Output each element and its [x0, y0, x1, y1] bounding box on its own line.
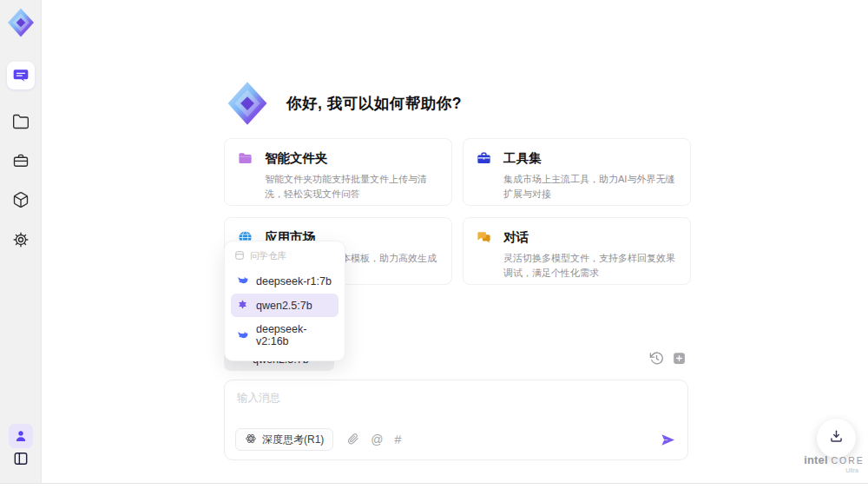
assistant-logo-icon: [224, 80, 271, 127]
sidebar-item-folders[interactable]: [12, 113, 30, 130]
ultra-text: Ultra: [803, 467, 858, 473]
sidebar-item-user[interactable]: [9, 424, 33, 448]
card-title: 工具集: [503, 150, 542, 167]
qwen-icon: [236, 299, 249, 312]
composer-icons: @ #: [346, 432, 401, 448]
card-dialog[interactable]: 对话 灵活切换多模型文件，支持多样回复效果调试，满足个性化需求: [463, 217, 691, 285]
cube-icon: [12, 191, 30, 208]
atom-icon: [245, 433, 257, 447]
send-icon[interactable]: [660, 432, 676, 448]
smart-folder-icon: [237, 150, 253, 167]
new-chat-icon[interactable]: [672, 351, 687, 366]
conversation-utils: [649, 351, 687, 366]
folder-icon: [12, 113, 30, 130]
greeting-title: 你好, 我可以如何帮助你?: [286, 93, 462, 114]
hash-icon[interactable]: #: [395, 433, 402, 446]
model-option-deepseek-v2[interactable]: deepseek-v2:16b: [231, 318, 339, 353]
chat-icon: [12, 67, 30, 84]
intel-text: intel: [804, 453, 828, 466]
message-composer[interactable]: 输入消息 深度思考(R1) @ #: [224, 380, 688, 460]
repo-icon: [234, 250, 245, 262]
card-description: 集成市场上主流工具，助力AI与外界无缝扩展与对接: [503, 172, 678, 202]
mention-icon[interactable]: @: [371, 433, 383, 446]
card-title: 对话: [503, 229, 529, 246]
card-toolset[interactable]: 工具集 集成市场上主流工具，助力AI与外界无缝扩展与对接: [463, 138, 691, 206]
panel-toggle-icon: [12, 450, 30, 467]
sidebar: [0, 0, 42, 489]
model-dropdown-header: 问学仓库: [231, 248, 339, 268]
attachment-icon[interactable]: [346, 432, 359, 448]
model-dropdown: 问学仓库 deepseek-r1:7b qwen2.5:7b deepseek-…: [224, 241, 345, 361]
model-option-deepseek-r1[interactable]: deepseek-r1:7b: [231, 269, 339, 293]
gear-icon: [12, 231, 30, 248]
greeting: 你好, 我可以如何帮助你?: [224, 80, 462, 127]
user-icon: [13, 428, 29, 444]
toolbox-icon: [476, 150, 492, 167]
core-text: CORE: [832, 455, 865, 466]
sidebar-item-chat[interactable]: [7, 62, 35, 89]
intel-core-logo: intel CORE Ultra: [803, 453, 865, 473]
deepseek-icon: [236, 274, 249, 287]
download-button[interactable]: [817, 419, 856, 458]
card-smart-folder[interactable]: 智能文件夹 智能文件夹功能支持批量文件上传与清洗，轻松实现文件问答: [224, 138, 452, 206]
message-input[interactable]: 输入消息: [237, 391, 280, 406]
deep-think-toggle[interactable]: 深度思考(R1): [235, 428, 333, 451]
download-icon: [828, 428, 845, 448]
dialog-icon: [476, 229, 492, 246]
deepseek-icon: [236, 329, 249, 342]
history-icon[interactable]: [649, 351, 664, 366]
composer-toolbar: 深度思考(R1) @ #: [235, 428, 676, 451]
window-bottom-edge: [0, 483, 868, 489]
model-option-label: deepseek-r1:7b: [256, 275, 332, 287]
card-description: 智能文件夹功能支持批量文件上传与清洗，轻松实现文件问答: [265, 172, 439, 202]
deep-think-label: 深度思考(R1): [262, 433, 324, 447]
model-option-qwen[interactable]: qwen2.5:7b: [231, 294, 339, 317]
sidebar-item-models[interactable]: [12, 191, 30, 208]
sidebar-item-collapse[interactable]: [12, 450, 30, 467]
model-option-label: qwen2.5:7b: [256, 300, 312, 312]
briefcase-icon: [12, 152, 30, 169]
sidebar-item-toolset[interactable]: [12, 152, 30, 169]
model-option-label: deepseek-v2:16b: [256, 323, 333, 347]
sidebar-item-settings[interactable]: [12, 231, 30, 248]
card-title: 智能文件夹: [265, 150, 328, 167]
card-description: 灵活切换多模型文件，支持多样回复效果调试，满足个性化需求: [503, 251, 678, 281]
app-logo-icon: [5, 7, 36, 38]
repo-label: 问学仓库: [250, 250, 286, 262]
